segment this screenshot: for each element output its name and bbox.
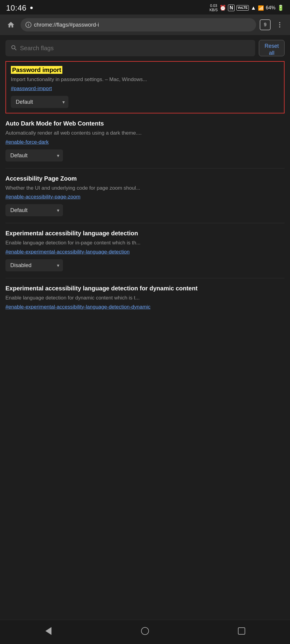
home-circle-icon — [141, 627, 149, 635]
reset-all-button[interactable]: Resetall — [259, 40, 285, 56]
flag-title-exp-lang-detection-dynamic: Experimental accessibility language dete… — [5, 285, 285, 292]
battery-text: 64% — [266, 5, 275, 11]
recents-square-icon — [238, 627, 245, 635]
flags-list: Password import Import functionality in … — [0, 61, 290, 326]
flag-item-exp-lang-detection: Experimental accessibility language dete… — [5, 223, 285, 278]
flag-description-exp-lang-detection-dynamic: Enable language detection for dynamic co… — [5, 294, 285, 302]
flag-select-password-import[interactable]: Default Enabled Disabled — [11, 96, 68, 108]
search-input[interactable] — [20, 45, 250, 52]
wifi-icon: ▲ — [251, 5, 256, 11]
svg-point-2 — [279, 26, 280, 28]
flag-link-exp-lang-detection[interactable]: #enable-experimental-accessibility-langu… — [5, 249, 285, 255]
flag-item-accessibility-page-zoom: Accessibility Page Zoom Whether the UI a… — [5, 168, 285, 224]
flag-select-auto-dark-mode[interactable]: Default Enabled Disabled — [5, 149, 63, 162]
search-icon — [10, 44, 17, 52]
flag-title-accessibility-page-zoom: Accessibility Page Zoom — [5, 175, 285, 182]
volte-icon: VoLTE — [236, 5, 249, 10]
flag-item-auto-dark-mode: Auto Dark Mode for Web Contents Automati… — [5, 113, 285, 168]
flag-select-wrapper-password-import[interactable]: Default Enabled Disabled ▾ — [11, 96, 68, 108]
flag-select-wrapper-accessibility-page-zoom[interactable]: Default Enabled Disabled ▾ — [5, 204, 63, 216]
flag-description-exp-lang-detection: Enable language detection for in-page co… — [5, 239, 285, 247]
flag-item-password-import: Password import Import functionality in … — [5, 61, 285, 113]
status-time: 10:46 — [6, 3, 27, 13]
more-menu-button[interactable] — [274, 19, 285, 30]
home-nav-button[interactable] — [136, 624, 154, 638]
status-right: 0.03KB/S ⏰ N VoLTE ▲ 📶 64% 🔋 — [209, 4, 284, 12]
flag-link-auto-dark-mode[interactable]: #enable-force-dark — [5, 139, 285, 145]
nfc-icon: N — [228, 5, 235, 11]
bottom-navigation — [0, 620, 290, 644]
flag-title-auto-dark-mode: Auto Dark Mode for Web Contents — [5, 120, 285, 127]
search-input-wrapper[interactable] — [5, 40, 255, 56]
back-button[interactable] — [39, 624, 58, 638]
flag-title-exp-lang-detection: Experimental accessibility language dete… — [5, 230, 285, 237]
recents-button[interactable] — [232, 624, 251, 638]
home-button[interactable] — [5, 19, 17, 31]
flag-link-password-import[interactable]: #password-import — [11, 86, 279, 92]
status-bar: 10:46 0.03KB/S ⏰ N VoLTE ▲ 📶 64% 🔋 — [0, 0, 290, 15]
flag-select-exp-lang-detection[interactable]: Default Enabled Disabled — [5, 259, 63, 271]
flag-link-accessibility-page-zoom[interactable]: #enable-accessibility-page-zoom — [5, 194, 285, 200]
tab-count-button[interactable]: 9 — [260, 19, 271, 30]
content-area: Resetall Password import Import function… — [0, 35, 290, 620]
search-bar-row: Resetall — [0, 35, 290, 61]
address-bar[interactable]: i chrome://flags/#password-i — [21, 18, 256, 31]
svg-point-1 — [279, 24, 280, 25]
flag-select-wrapper-exp-lang-detection[interactable]: Default Enabled Disabled ▾ — [5, 259, 63, 271]
flag-item-exp-lang-detection-dynamic: Experimental accessibility language dete… — [5, 278, 285, 326]
flag-select-wrapper-auto-dark-mode[interactable]: Default Enabled Disabled ▾ — [5, 149, 63, 162]
status-dot — [30, 7, 33, 9]
back-icon — [45, 627, 51, 635]
flag-title-password-import: Password import — [11, 67, 279, 74]
flag-description-password-import: Import functionality in password setting… — [11, 76, 279, 83]
flag-link-exp-lang-detection-dynamic[interactable]: #enable-experimental-accessibility-langu… — [5, 304, 285, 310]
svg-point-0 — [279, 22, 280, 23]
info-icon: i — [25, 22, 31, 28]
battery-icon: 🔋 — [277, 5, 284, 11]
flag-title-highlight: Password import — [11, 66, 62, 74]
alarm-icon: ⏰ — [219, 5, 226, 11]
signal-icon: 📶 — [258, 5, 264, 11]
status-left: 10:46 — [6, 3, 33, 13]
flag-description-auto-dark-mode: Automatically render all web contents us… — [5, 129, 285, 137]
browser-toolbar: i chrome://flags/#password-i 9 — [0, 15, 290, 35]
flag-select-accessibility-page-zoom[interactable]: Default Enabled Disabled — [5, 204, 63, 216]
flag-description-accessibility-page-zoom: Whether the UI and underlying code for p… — [5, 185, 285, 192]
url-text: chrome://flags/#password-i — [34, 22, 251, 28]
status-kbs: 0.03KB/S — [209, 4, 218, 12]
